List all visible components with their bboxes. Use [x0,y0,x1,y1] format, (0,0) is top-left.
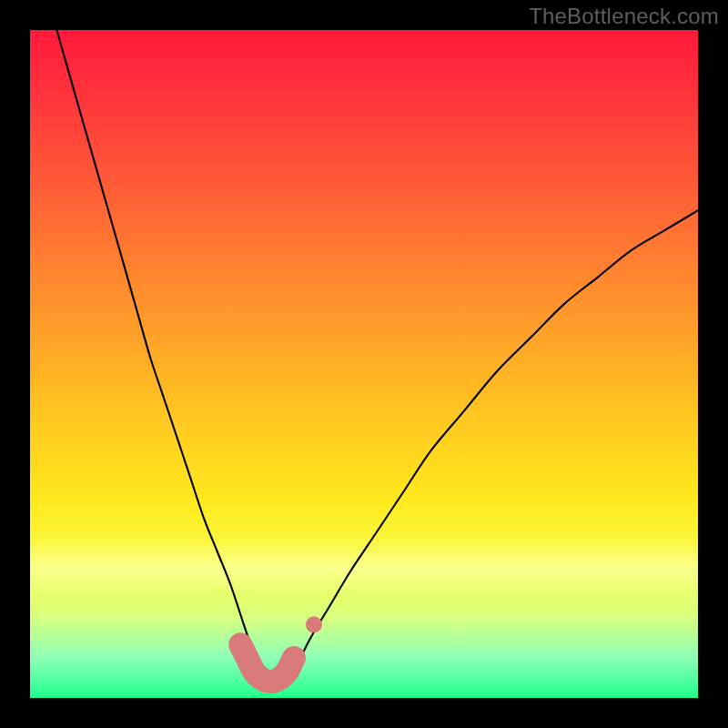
highlighted-bottom-trace [240,644,294,682]
plot-gradient-area [30,30,698,698]
bottleneck-curve [56,30,698,685]
isolated-dot [306,616,322,632]
chart-svg [30,30,698,698]
watermark-text: TheBottleneck.com [529,4,719,29]
outer-black-frame: TheBottleneck.com [0,0,728,728]
